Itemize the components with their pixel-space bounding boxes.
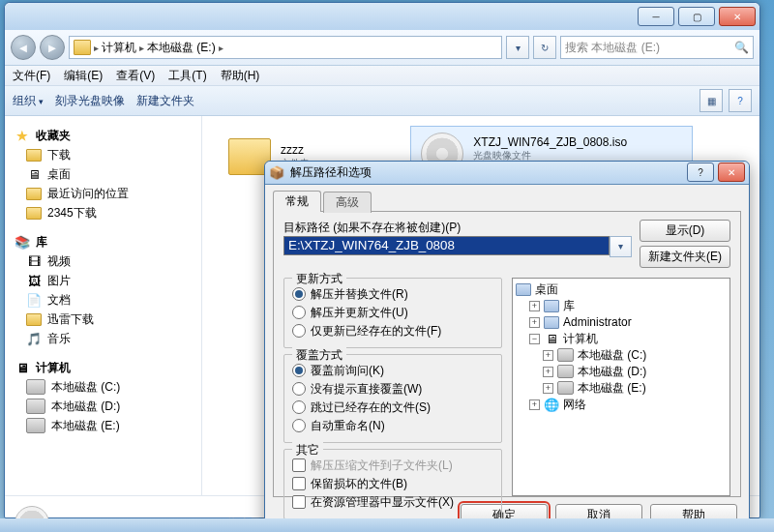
expand-icon[interactable]: + xyxy=(543,383,553,394)
folder-icon xyxy=(26,207,42,220)
address-bar[interactable]: ▸ 计算机 ▸ 本地磁盘 (E:) ▸ xyxy=(69,36,502,59)
close-button[interactable]: ✕ xyxy=(719,7,756,26)
radio-option[interactable]: 跳过已经存在的文件(S) xyxy=(292,399,493,416)
toolbar: 组织 刻录光盘映像 新建文件夹 ▦ ? xyxy=(5,86,759,116)
drive-icon xyxy=(26,379,45,395)
expand-icon[interactable]: + xyxy=(529,317,540,328)
menu-edit[interactable]: 编辑(E) xyxy=(64,68,103,84)
sidebar-libraries[interactable]: 库 xyxy=(36,234,47,251)
radio-option[interactable]: 自动重命名(N) xyxy=(292,418,493,434)
sidebar-item[interactable]: 本地磁盘 (E:) xyxy=(9,416,197,435)
newfolder-button[interactable]: 新建文件夹(E) xyxy=(640,246,730,268)
tree-node[interactable]: +本地磁盘 (E:) xyxy=(516,380,727,397)
expand-icon[interactable]: + xyxy=(543,350,553,361)
folder-tree[interactable]: 桌面 +库 +Administrator −🖥计算机 +本地磁盘 (C:) +本… xyxy=(512,278,730,496)
sidebar-item[interactable]: 2345下载 xyxy=(9,203,197,222)
misc-group: 其它 解压压缩文件到子文件夹(L) 保留损坏的文件(B) 在资源管理器中显示文件… xyxy=(283,449,502,519)
path-label: 目标路径 (如果不存在将被创建)(P) xyxy=(283,220,632,236)
music-icon: 🎵 xyxy=(26,331,42,346)
sidebar-favorites[interactable]: 收藏夹 xyxy=(36,128,71,144)
sidebar-item[interactable]: 最近访问的位置 xyxy=(9,184,197,203)
tab-general[interactable]: 常规 xyxy=(273,191,321,212)
sidebar-item[interactable]: 本地磁盘 (C:) xyxy=(9,377,197,397)
minimize-button[interactable]: ─ xyxy=(638,7,674,26)
radio-option[interactable]: 仅更新已经存在的文件(F) xyxy=(292,323,493,340)
sidebar-item[interactable]: 🎵音乐 xyxy=(9,329,197,348)
computer-icon: 🖥 xyxy=(544,331,559,346)
tree-node[interactable]: +本地磁盘 (C:) xyxy=(516,347,727,364)
menu-file[interactable]: 文件(F) xyxy=(13,68,50,84)
path-dropdown[interactable]: ▾ xyxy=(610,236,632,257)
nav-bar: ◄ ► ▸ 计算机 ▸ 本地磁盘 (E:) ▸ ▾ ↻ 搜索 本地磁盘 (E:)… xyxy=(5,30,759,66)
computer-icon: 🖥 xyxy=(15,360,30,375)
tree-node[interactable]: −🖥计算机 xyxy=(516,331,727,347)
titlebar[interactable]: ─ ▢ ✕ xyxy=(5,3,759,30)
radio-icon xyxy=(292,306,306,319)
view-button[interactable]: ▦ xyxy=(700,89,723,112)
update-mode-group: 更新方式 解压并替换文件(R) 解压并更新文件(U) 仅更新已经存在的文件(F) xyxy=(283,278,502,348)
sidebar-item[interactable]: 本地磁盘 (D:) xyxy=(9,397,197,416)
drive-icon xyxy=(74,40,91,55)
check-option[interactable]: 保留损坏的文件(B) xyxy=(292,476,493,492)
organize-button[interactable]: 组织 xyxy=(13,93,44,109)
sidebar-item[interactable]: 迅雷下载 xyxy=(9,310,197,329)
radio-icon xyxy=(292,382,306,396)
sidebar-item[interactable]: 📄文档 xyxy=(9,290,197,310)
taskbar[interactable] xyxy=(0,518,774,532)
overwrite-mode-group: 覆盖方式 覆盖前询问(K) 没有提示直接覆盖(W) 跳过已经存在的文件(S) 自… xyxy=(283,354,502,443)
extract-dialog: 📦 解压路径和选项 ? ✕ 常规 高级 目标路径 (如果不存在将被创建)(P) … xyxy=(264,161,750,532)
menu-bar: 文件(F) 编辑(E) 查看(V) 工具(T) 帮助(H) xyxy=(5,66,759,86)
radio-icon xyxy=(292,287,306,301)
video-icon: 🎞 xyxy=(26,253,42,269)
sidebar-item[interactable]: 🖼图片 xyxy=(9,271,197,290)
address-dropdown[interactable]: ▾ xyxy=(506,36,529,59)
desktop-icon xyxy=(516,283,531,296)
radio-option[interactable]: 覆盖前询问(K) xyxy=(292,363,493,379)
sidebar-item[interactable]: 下载 xyxy=(9,145,197,164)
file-name: XTZJ_WIN764_ZJB_0808.iso xyxy=(473,135,627,149)
checkbox-icon xyxy=(292,495,306,509)
display-button[interactable]: 显示(D) xyxy=(640,220,730,242)
destination-path-input[interactable] xyxy=(283,236,610,255)
nav-forward-button[interactable]: ► xyxy=(40,35,65,60)
check-option[interactable]: 在资源管理器中显示文件(X) xyxy=(292,494,493,511)
dialog-titlebar[interactable]: 📦 解压路径和选项 ? ✕ xyxy=(265,162,749,185)
breadcrumb-part[interactable]: 计算机 xyxy=(102,40,136,56)
expand-icon[interactable]: + xyxy=(529,301,540,311)
app-icon: 📦 xyxy=(269,164,284,180)
nav-back-button[interactable]: ◄ xyxy=(11,35,36,60)
menu-help[interactable]: 帮助(H) xyxy=(221,68,260,84)
folder-icon xyxy=(26,188,42,200)
refresh-button[interactable]: ↻ xyxy=(533,36,556,59)
dialog-title: 解压路径和选项 xyxy=(290,164,372,181)
newfolder-button[interactable]: 新建文件夹 xyxy=(136,93,194,109)
tree-node[interactable]: +Administrator xyxy=(516,314,727,331)
radio-option[interactable]: 解压并更新文件(U) xyxy=(292,305,493,321)
tree-node[interactable]: +库 xyxy=(516,298,727,314)
expand-icon[interactable]: + xyxy=(529,399,540,410)
radio-option[interactable]: 没有提示直接覆盖(W) xyxy=(292,381,493,398)
burn-button[interactable]: 刻录光盘映像 xyxy=(55,93,125,109)
file-name: zzzz xyxy=(281,143,310,157)
maximize-button[interactable]: ▢ xyxy=(678,7,715,26)
collapse-icon[interactable]: − xyxy=(529,334,540,344)
help-button[interactable]: ? xyxy=(729,89,752,112)
dialog-close-button[interactable]: ✕ xyxy=(718,163,745,182)
document-icon: 📄 xyxy=(26,292,42,308)
tree-node[interactable]: +🌐网络 xyxy=(516,397,727,413)
check-option[interactable]: 解压压缩文件到子文件夹(L) xyxy=(292,458,493,474)
search-input[interactable]: 搜索 本地磁盘 (E:) 🔍 xyxy=(560,36,754,59)
radio-option[interactable]: 解压并替换文件(R) xyxy=(292,286,493,303)
menu-tools[interactable]: 工具(T) xyxy=(168,68,206,84)
sidebar-item[interactable]: 🖥桌面 xyxy=(9,164,197,184)
radio-icon xyxy=(292,400,306,414)
sidebar-computer[interactable]: 计算机 xyxy=(36,360,71,376)
sidebar-item[interactable]: 🎞视频 xyxy=(9,251,197,271)
tree-node[interactable]: +本地磁盘 (D:) xyxy=(516,364,727,380)
expand-icon[interactable]: + xyxy=(543,367,553,377)
radio-icon xyxy=(292,364,306,377)
menu-view[interactable]: 查看(V) xyxy=(116,68,155,84)
breadcrumb-part[interactable]: 本地磁盘 (E:) xyxy=(147,40,216,56)
dialog-help-button[interactable]: ? xyxy=(687,163,714,182)
tab-advanced[interactable]: 高级 xyxy=(323,192,372,213)
